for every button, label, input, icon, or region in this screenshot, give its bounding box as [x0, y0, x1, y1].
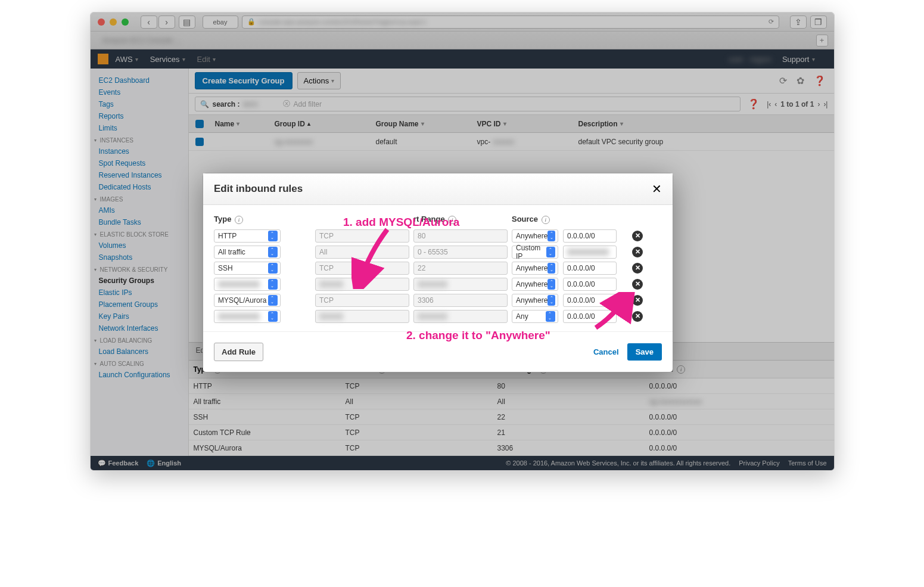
- tabs-icon[interactable]: ❐: [810, 15, 827, 29]
- search-help-icon[interactable]: ❓: [748, 98, 760, 110]
- footer-privacy[interactable]: Privacy Policy: [739, 459, 779, 467]
- detail-row: HTTPTCP800.0.0.0/0: [189, 378, 834, 394]
- sidebar-item-dashboard[interactable]: EC2 Dashboard: [91, 74, 188, 86]
- window-max-dot[interactable]: [122, 18, 129, 26]
- sidebar-item-tags[interactable]: Tags: [91, 98, 188, 110]
- save-button[interactable]: Save: [627, 343, 662, 361]
- browser-titlebar: ‹ › ▤ ebay 🔒 console.aws.amazon.com/ec2/…: [91, 13, 834, 32]
- rule-type-select[interactable]: MYSQL/Aurora: [214, 294, 281, 307]
- modal-close-icon[interactable]: ✕: [652, 182, 662, 196]
- sidebar-section-instances[interactable]: INSTANCES: [91, 134, 188, 145]
- rule-type-select[interactable]: SSH: [214, 262, 281, 275]
- sidebar-item-dedicated[interactable]: Dedicated Hosts: [91, 181, 188, 193]
- window-min-dot[interactable]: [110, 18, 117, 26]
- remove-rule-icon[interactable]: ✕: [632, 279, 643, 290]
- address-bar[interactable]: 🔒 console.aws.amazon.com/ec2/v2/home?reg…: [242, 15, 779, 29]
- tab-title[interactable]: Amazon EC2 Console ...: [102, 36, 816, 45]
- sidebar-item-keypairs[interactable]: Key Pairs: [91, 310, 188, 322]
- sidebar-item-reserved[interactable]: Reserved Instances: [91, 169, 188, 181]
- rule-cidr-field[interactable]: [563, 246, 617, 259]
- col-name[interactable]: Name ▾: [210, 115, 270, 132]
- sidebar-item-instances[interactable]: Instances: [91, 145, 188, 157]
- sidebar-item-events[interactable]: Events: [91, 86, 188, 98]
- pager-next-icon[interactable]: ›: [817, 100, 820, 108]
- rule-source-select[interactable]: Anywhere: [512, 262, 558, 275]
- pager-last-icon[interactable]: ›|: [823, 100, 827, 108]
- share-icon[interactable]: ⇪: [790, 15, 807, 29]
- rule-port-field: [413, 278, 508, 291]
- rule-type-select[interactable]: HTTP: [214, 229, 281, 243]
- rule-protocol-field: TCP: [315, 294, 409, 307]
- info-icon[interactable]: i: [235, 216, 243, 224]
- sidebar-toggle-icon[interactable]: ▤: [179, 15, 195, 29]
- aws-home-menu[interactable]: AWS▾: [116, 55, 138, 64]
- support-menu[interactable]: Support▾: [782, 55, 815, 64]
- search-input[interactable]: 🔍 search : term ⓧ Add filter: [195, 97, 741, 111]
- sidebar-item-bundle[interactable]: Bundle Tasks: [91, 216, 188, 228]
- rule-type-select[interactable]: [214, 310, 281, 323]
- favorites-ebay[interactable]: ebay: [203, 15, 238, 29]
- sg-table-row[interactable]: sg-xxxxxxxx default vpc-xxxxxx default V…: [189, 133, 834, 151]
- remove-rule-icon[interactable]: ✕: [632, 231, 643, 241]
- nav-forward-button[interactable]: ›: [158, 15, 175, 29]
- edit-inbound-rules-modal: Edit inbound rules ✕ Type i rt Range i S…: [203, 173, 673, 372]
- row-checkbox[interactable]: [195, 138, 204, 146]
- edit-menu[interactable]: Edit▾: [197, 55, 216, 64]
- remove-rule-icon[interactable]: ✕: [632, 247, 643, 257]
- col-group-id[interactable]: Group ID ▴: [270, 115, 371, 132]
- col-group-name[interactable]: Group Name ▾: [371, 115, 472, 132]
- info-icon[interactable]: i: [542, 216, 550, 224]
- new-tab-button[interactable]: +: [816, 35, 828, 46]
- sidebar-section-ebs[interactable]: ELASTIC BLOCK STORE: [91, 228, 188, 240]
- sidebar-item-reports[interactable]: Reports: [91, 110, 188, 122]
- rule-source-select[interactable]: Anywhere: [512, 278, 558, 291]
- pager-prev-icon[interactable]: ‹: [774, 100, 777, 108]
- select-all-checkbox[interactable]: [195, 120, 204, 128]
- sidebar-item-limits[interactable]: Limits: [91, 122, 188, 134]
- col-vpc[interactable]: VPC ID ▾: [472, 115, 574, 132]
- settings-icon[interactable]: ✿: [797, 75, 804, 86]
- sidebar-item-placement[interactable]: Placement Groups: [91, 299, 188, 310]
- rule-source-select[interactable]: Custom IP: [512, 246, 558, 259]
- sidebar-item-spot[interactable]: Spot Requests: [91, 157, 188, 169]
- rule-source-select[interactable]: Anywhere: [512, 229, 558, 243]
- create-sg-button[interactable]: Create Security Group: [195, 72, 293, 89]
- sidebar-section-images[interactable]: IMAGES: [91, 193, 188, 204]
- info-icon[interactable]: i: [677, 365, 685, 374]
- services-menu[interactable]: Services▾: [150, 55, 185, 64]
- rule-source-select[interactable]: Any: [512, 310, 558, 323]
- cancel-button[interactable]: Cancel: [593, 347, 619, 356]
- add-rule-button[interactable]: Add Rule: [214, 343, 263, 361]
- aws-logo-icon[interactable]: [98, 54, 108, 64]
- footer-feedback[interactable]: Feedback: [108, 459, 139, 467]
- account-menu[interactable]: user · region: [729, 55, 771, 64]
- footer: 💬Feedback 🌐English © 2008 - 2016, Amazon…: [91, 456, 834, 470]
- sidebar-section-as[interactable]: AUTO SCALING: [91, 358, 188, 369]
- rule-type-select[interactable]: All traffic: [214, 246, 281, 259]
- col-description[interactable]: Description ▾: [574, 115, 834, 132]
- nav-back-button[interactable]: ‹: [141, 15, 157, 29]
- sidebar-item-snapshots[interactable]: Snapshots: [91, 251, 188, 263]
- help-icon[interactable]: ❓: [814, 75, 826, 86]
- actions-button[interactable]: Actions▾: [297, 72, 341, 89]
- sidebar-item-amis[interactable]: AMIs: [91, 204, 188, 216]
- refresh-icon[interactable]: ⟳: [779, 75, 787, 86]
- sidebar-item-lb[interactable]: Load Balancers: [91, 346, 188, 358]
- rule-cidr-field[interactable]: 0.0.0.0/0: [563, 229, 617, 243]
- pager-first-icon[interactable]: |‹: [767, 100, 771, 108]
- sidebar-item-interfaces[interactable]: Network Interfaces: [91, 322, 188, 334]
- rule-cidr-field[interactable]: 0.0.0.0/0: [563, 278, 617, 291]
- footer-terms[interactable]: Terms of Use: [788, 459, 827, 467]
- rule-cidr-field[interactable]: 0.0.0.0/0: [563, 262, 617, 275]
- sidebar-section-netsec[interactable]: NETWORK & SECURITY: [91, 263, 188, 275]
- sidebar-item-elastic-ips[interactable]: Elastic IPs: [91, 287, 188, 299]
- remove-rule-icon[interactable]: ✕: [632, 263, 643, 274]
- sidebar-item-security-groups[interactable]: Security Groups: [91, 275, 188, 287]
- sidebar-section-lb[interactable]: LOAD BALANCING: [91, 334, 188, 346]
- sidebar-item-volumes[interactable]: Volumes: [91, 240, 188, 251]
- footer-language[interactable]: English: [157, 459, 181, 467]
- sidebar-item-launch-config[interactable]: Launch Configurations: [91, 369, 188, 381]
- window-close-dot[interactable]: [98, 18, 105, 26]
- rule-source-select[interactable]: Anywhere: [512, 294, 558, 307]
- rule-type-select[interactable]: [214, 278, 281, 291]
